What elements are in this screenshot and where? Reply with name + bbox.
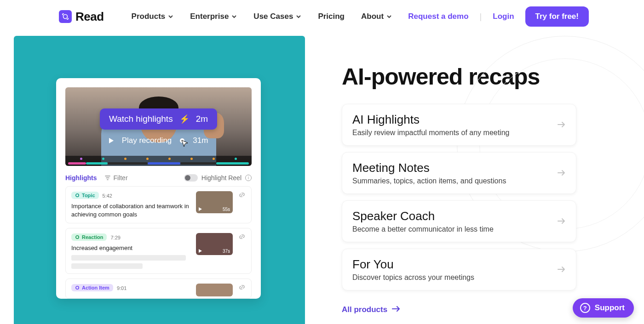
svg-point-2 bbox=[76, 236, 79, 239]
play-recording-label: Play recording bbox=[122, 136, 172, 145]
site-header: Read Products Enterprise Use Cases Prici… bbox=[0, 0, 644, 36]
feature-subtitle: Become a better communicator in less tim… bbox=[352, 225, 558, 233]
recording-duration: 31m bbox=[193, 136, 208, 145]
highlight-reel-label: Highlight Reel bbox=[201, 174, 242, 182]
video-overlay: Watch highlights ⚡ 2m Play recording 31m bbox=[65, 87, 252, 166]
highlight-time: 9:01 bbox=[117, 285, 126, 291]
arrow-right-icon bbox=[558, 264, 566, 275]
highlight-tag: Action Item bbox=[71, 284, 113, 291]
tag-icon bbox=[75, 235, 80, 239]
nav-use-cases[interactable]: Use Cases bbox=[253, 12, 301, 21]
svg-point-3 bbox=[76, 286, 79, 289]
filter-icon bbox=[105, 175, 110, 181]
play-icon bbox=[199, 207, 202, 211]
thumb-duration: 37s bbox=[223, 249, 230, 254]
nav-products[interactable]: Products bbox=[132, 12, 174, 21]
highlight-thumbnail[interactable] bbox=[196, 284, 233, 296]
all-products-link[interactable]: All products bbox=[342, 305, 400, 314]
link-icon[interactable] bbox=[238, 233, 246, 240]
feature-card[interactable]: Meeting NotesSummaries, topics, action i… bbox=[342, 152, 576, 194]
product-illustration-panel: Watch highlights ⚡ 2m Play recording 31m bbox=[14, 36, 305, 324]
highlight-item[interactable]: Topic5:42Importance of collaboration and… bbox=[65, 186, 252, 223]
divider: | bbox=[480, 12, 482, 22]
header-actions: Request a demo | Login Try for free! bbox=[408, 6, 589, 27]
highlight-thumbnail[interactable]: 55s bbox=[196, 191, 233, 213]
help-icon: ? bbox=[580, 303, 590, 313]
feature-card[interactable]: AI HighlightsEasily review impactful mom… bbox=[342, 104, 576, 146]
feature-title: AI Highlights bbox=[352, 113, 558, 127]
link-icon[interactable] bbox=[238, 191, 246, 199]
logo-mark-icon bbox=[59, 10, 72, 23]
svg-point-1 bbox=[76, 194, 79, 197]
play-recording-button[interactable]: Play recording 31m bbox=[109, 136, 208, 145]
play-icon bbox=[199, 249, 202, 253]
arrow-right-icon bbox=[558, 216, 566, 227]
nav-products-label: Products bbox=[132, 12, 166, 21]
nav-enterprise[interactable]: Enterprise bbox=[190, 12, 237, 21]
try-free-button[interactable]: Try for free! bbox=[525, 6, 589, 27]
tab-highlights[interactable]: Highlights bbox=[65, 174, 97, 182]
bolt-icon: ⚡ bbox=[179, 115, 190, 123]
chevron-down-icon bbox=[231, 14, 237, 19]
highlight-desc: Importance of collaboration and teamwork… bbox=[71, 202, 190, 218]
highlight-time: 7:29 bbox=[110, 235, 120, 240]
feature-subtitle: Easily review impactful moments of any m… bbox=[352, 129, 558, 137]
highlight-tag: Topic bbox=[71, 192, 99, 199]
highlight-item[interactable]: Reaction7:29Increased engagement37s bbox=[65, 228, 252, 274]
primary-nav: Products Enterprise Use Cases Pricing Ab… bbox=[132, 12, 392, 21]
feature-title: Speaker Coach bbox=[352, 209, 558, 223]
thumb-duration: 55s bbox=[223, 207, 230, 212]
nav-pricing-label: Pricing bbox=[318, 12, 345, 21]
tag-icon bbox=[75, 193, 80, 198]
highlight-tag: Reaction bbox=[71, 233, 107, 241]
chevron-down-icon bbox=[168, 14, 173, 19]
highlight-desc: Increased engagement bbox=[71, 244, 190, 252]
arrow-right-icon bbox=[558, 119, 566, 130]
support-label: Support bbox=[595, 303, 625, 313]
feature-title: For You bbox=[352, 257, 558, 272]
recaps-column: AI-powered recaps AI HighlightsEasily re… bbox=[342, 36, 576, 324]
watch-highlights-button[interactable]: Watch highlights ⚡ 2m bbox=[100, 108, 217, 130]
support-button[interactable]: ? Support bbox=[573, 298, 634, 318]
feature-card[interactable]: Speaker CoachBecome a better communicato… bbox=[342, 200, 576, 242]
all-products-label: All products bbox=[342, 305, 387, 314]
brand-logo[interactable]: Read bbox=[59, 10, 104, 24]
play-icon bbox=[109, 138, 114, 143]
highlights-header: Highlights Filter Highlight Reel i bbox=[65, 174, 252, 182]
highlight-time: 5:42 bbox=[103, 193, 112, 199]
nav-use-cases-label: Use Cases bbox=[253, 12, 293, 21]
highlight-item[interactable]: Action Item9:01 bbox=[65, 279, 252, 299]
hero-section: Watch highlights ⚡ 2m Play recording 31m bbox=[0, 36, 644, 324]
filter-label: Filter bbox=[113, 174, 127, 182]
highlights-duration: 2m bbox=[196, 114, 208, 124]
product-mockup: Watch highlights ⚡ 2m Play recording 31m bbox=[56, 78, 261, 299]
login-link[interactable]: Login bbox=[493, 12, 514, 21]
brand-name: Read bbox=[75, 10, 104, 24]
meeting-video-preview[interactable]: Watch highlights ⚡ 2m Play recording 31m bbox=[65, 87, 252, 166]
tag-icon bbox=[75, 285, 80, 290]
nav-pricing[interactable]: Pricing bbox=[318, 12, 345, 21]
nav-enterprise-label: Enterprise bbox=[190, 12, 229, 21]
nav-about-label: About bbox=[361, 12, 384, 21]
arrow-right-icon bbox=[558, 168, 566, 178]
watch-highlights-label: Watch highlights bbox=[109, 114, 173, 124]
arrow-right-icon bbox=[392, 305, 400, 314]
feature-title: Meeting Notes bbox=[352, 161, 558, 175]
highlight-thumbnail[interactable]: 37s bbox=[196, 233, 233, 255]
request-demo-link[interactable]: Request a demo bbox=[408, 12, 468, 21]
filter-button[interactable]: Filter bbox=[105, 174, 127, 182]
video-timeline[interactable] bbox=[65, 156, 252, 166]
cursor-icon bbox=[179, 139, 190, 153]
feature-subtitle: Discover topics across your meetings bbox=[352, 273, 558, 282]
highlight-list: Topic5:42Importance of collaboration and… bbox=[65, 182, 252, 299]
chevron-down-icon bbox=[386, 14, 392, 19]
chevron-down-icon bbox=[296, 14, 301, 19]
nav-about[interactable]: About bbox=[361, 12, 392, 21]
link-icon[interactable] bbox=[238, 284, 246, 291]
svg-point-0 bbox=[63, 15, 68, 19]
info-icon[interactable]: i bbox=[245, 175, 252, 181]
highlight-reel-toggle[interactable] bbox=[184, 174, 198, 182]
feature-subtitle: Summaries, topics, action items, and que… bbox=[352, 177, 558, 185]
feature-card[interactable]: For YouDiscover topics across your meeti… bbox=[342, 249, 576, 290]
